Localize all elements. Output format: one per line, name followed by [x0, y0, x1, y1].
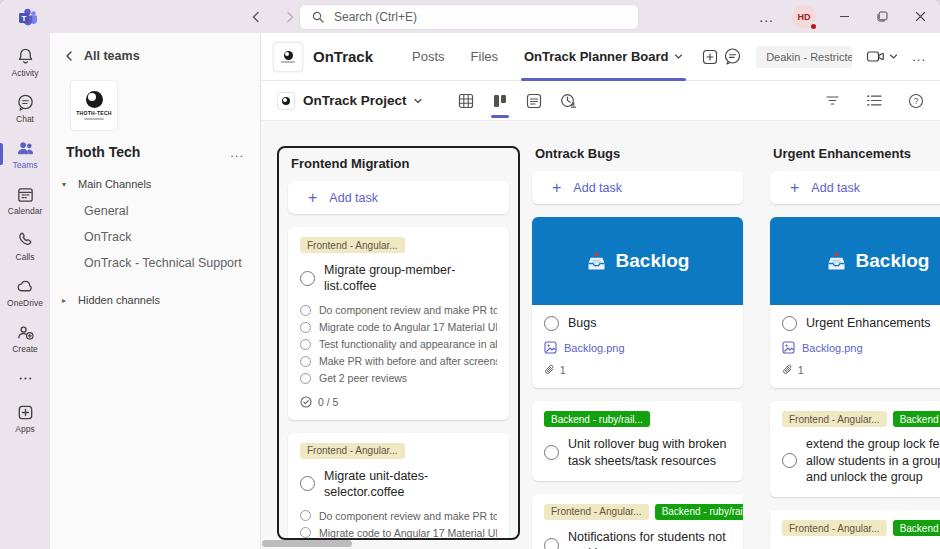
checklist-item: Do component review and make PR to thoth: [300, 304, 497, 317]
task-card[interactable]: Frontend - Angular...Migrate group-membe…: [288, 227, 509, 420]
image-task-card[interactable]: BacklogUrgent EnhancementsBacklog.png1: [770, 217, 940, 388]
help-button[interactable]: ?: [908, 93, 924, 109]
task-checkbox[interactable]: [782, 453, 797, 468]
bell-icon: [16, 47, 35, 66]
rail-item-label: Calls: [16, 252, 35, 262]
plus-icon: +: [552, 180, 561, 196]
planner-board: Frontend Migration+Add taskFrontend - An…: [261, 121, 940, 549]
notes-view-button[interactable]: [517, 81, 551, 121]
add-task-button[interactable]: +Add task: [770, 171, 940, 204]
card-label: Frontend - Angular...: [782, 411, 887, 427]
checklist-checkbox[interactable]: [300, 527, 311, 538]
task-checkbox[interactable]: [300, 476, 315, 491]
card-label: Backend - ruby/rail...: [655, 504, 743, 520]
task-card[interactable]: Frontend - Angular...Backend - ruby/rail…: [770, 510, 940, 549]
tab-posts[interactable]: Posts: [399, 33, 458, 81]
horizontal-scrollbar[interactable]: [262, 540, 352, 547]
checklist-checkbox[interactable]: [300, 339, 311, 350]
forward-arrow-icon[interactable]: [284, 11, 296, 23]
attachment-link[interactable]: Backlog.png: [782, 341, 940, 354]
team-more-button[interactable]: ...: [230, 145, 244, 160]
rail-item-activity[interactable]: Activity: [0, 43, 50, 82]
task-card[interactable]: Frontend - Angular...Backend - ruby/rail…: [770, 401, 940, 497]
task-card[interactable]: Backend - ruby/rail...Unit rollover bug …: [532, 401, 743, 481]
cloud-icon: [16, 277, 35, 296]
maximize-button[interactable]: [872, 7, 892, 27]
checklist-checkbox[interactable]: [300, 373, 311, 384]
camera-icon: [866, 47, 885, 66]
channel-item-ontrack-technical-support[interactable]: OnTrack - Technical Support: [50, 250, 260, 276]
checklist-checkbox[interactable]: [300, 356, 311, 367]
rail-item-more[interactable]: [0, 365, 50, 392]
charts-view-icon: [560, 93, 576, 109]
image-task-card[interactable]: BacklogBugsBacklog.png1: [532, 217, 743, 388]
minimize-button[interactable]: [834, 7, 854, 27]
channel-item-ontrack[interactable]: OnTrack: [50, 224, 260, 250]
checklist-checkbox[interactable]: [300, 305, 311, 316]
banner-label: Backlog: [616, 250, 690, 272]
svg-text:?: ?: [914, 96, 919, 106]
task-card[interactable]: Frontend - Angular...Backend - ruby/rail…: [532, 494, 743, 549]
view-switcher: [449, 81, 585, 121]
all-teams-label: All teams: [84, 49, 140, 63]
project-chevron-icon[interactable]: [413, 96, 423, 106]
titlebar-more-button[interactable]: ...: [759, 9, 774, 25]
board-column-frontend-migration[interactable]: Frontend Migration+Add taskFrontend - An…: [277, 146, 520, 540]
main-channels-section[interactable]: ▾ Main Channels: [50, 170, 260, 198]
table-view-button[interactable]: [449, 81, 483, 121]
hidden-channels-label: Hidden channels: [78, 294, 160, 306]
tab-ontrack-planner-board[interactable]: OnTrack Planner Board: [511, 33, 696, 81]
add-tab-button[interactable]: [702, 49, 718, 65]
checklist-checkbox[interactable]: [300, 322, 311, 333]
close-button[interactable]: [910, 7, 930, 27]
user-avatar[interactable]: HD: [792, 5, 816, 29]
card-title: Migrate group-member-list.coffee: [324, 262, 497, 295]
add-task-label: Add task: [573, 181, 622, 195]
task-checkbox[interactable]: [782, 316, 797, 331]
group-by-button[interactable]: [866, 93, 882, 108]
caret-right-icon: ▸: [62, 296, 70, 305]
card-title: Unit rollover bug with broken task sheet…: [568, 436, 731, 469]
add-task-button[interactable]: +Add task: [288, 181, 509, 214]
attachment-count: 1: [544, 364, 731, 376]
rail-item-chat[interactable]: Chat: [0, 89, 50, 128]
hidden-channels-section[interactable]: ▸ Hidden channels: [50, 286, 260, 314]
rail-item-label: Chat: [16, 114, 34, 124]
team-logo[interactable]: THOTH-TECH: [71, 81, 117, 130]
channel-chat-icon[interactable]: [723, 47, 742, 66]
add-task-label: Add task: [329, 191, 378, 205]
add-task-label: Add task: [811, 181, 860, 195]
add-task-button[interactable]: +Add task: [532, 171, 743, 204]
caret-down-icon: ▾: [62, 180, 70, 189]
column-title: Frontend Migration: [291, 156, 509, 171]
all-teams-back[interactable]: All teams: [50, 45, 260, 67]
charts-view-button[interactable]: [551, 81, 585, 121]
task-checkbox[interactable]: [544, 445, 559, 460]
task-checkbox[interactable]: [544, 316, 559, 331]
rail-item-onedrive[interactable]: OneDrive: [0, 273, 50, 312]
task-checkbox[interactable]: [544, 538, 559, 549]
team-row[interactable]: Thoth Tech ...: [50, 140, 260, 164]
rail-item-calls[interactable]: Calls: [0, 227, 50, 266]
card-label: Backend - ruby/rail...: [893, 411, 940, 427]
rail-item-apps[interactable]: Apps: [0, 399, 50, 438]
tab-files[interactable]: Files: [458, 33, 511, 81]
meet-now-button[interactable]: [866, 47, 898, 66]
table-view-icon: [458, 93, 474, 109]
checklist-checkbox[interactable]: [300, 510, 311, 521]
board-column-ontrack-bugs[interactable]: Ontrack Bugs+Add taskBacklogBugsBacklog.…: [532, 146, 743, 549]
rail-item-calendar[interactable]: Calendar: [0, 181, 50, 220]
channel-more-button[interactable]: ...: [912, 49, 926, 64]
attachment-link[interactable]: Backlog.png: [544, 341, 731, 354]
search-input[interactable]: Search (Ctrl+E): [300, 5, 638, 29]
rail-item-create[interactable]: Create: [0, 319, 50, 358]
board-view-button[interactable]: [483, 81, 517, 121]
channel-item-general[interactable]: General: [50, 198, 260, 224]
task-checkbox[interactable]: [300, 271, 315, 286]
board-column-urgent-enhancements[interactable]: Urgent Enhancements+Add taskBacklogUrgen…: [770, 146, 940, 549]
filter-button[interactable]: [825, 93, 840, 108]
back-arrow-icon[interactable]: [250, 11, 262, 23]
rail-item-teams[interactable]: Teams: [0, 135, 50, 174]
task-card[interactable]: Frontend - Angular...Migrate unit-dates-…: [288, 433, 509, 541]
chevron-down-icon: [889, 52, 898, 61]
